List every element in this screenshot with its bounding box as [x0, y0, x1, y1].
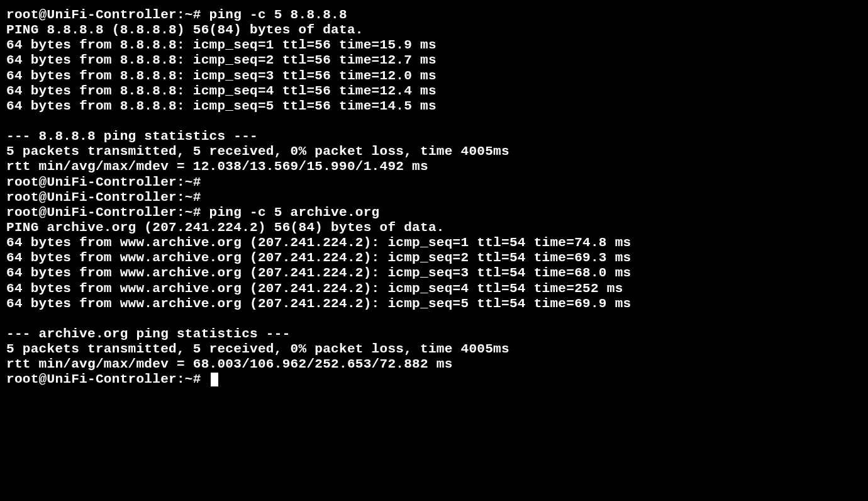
terminal-window[interactable]: root@UniFi-Controller:~# ping -c 5 8.8.8…: [6, 8, 862, 388]
ping-reply: 64 bytes from www.archive.org (207.241.2…: [6, 250, 862, 266]
shell-prompt: root@UniFi-Controller:~#: [6, 372, 209, 386]
ping-reply: 64 bytes from 8.8.8.8: icmp_seq=3 ttl=56…: [6, 69, 862, 84]
ping-reply: 64 bytes from www.archive.org (207.241.2…: [6, 281, 862, 296]
blank-line: [6, 312, 862, 327]
ping-header: PING 8.8.8.8 (8.8.8.8) 56(84) bytes of d…: [6, 23, 862, 38]
shell-prompt: root@UniFi-Controller:~#: [6, 205, 209, 220]
ping-stats-summary: 5 packets transmitted, 5 received, 0% pa…: [6, 144, 862, 159]
empty-prompt: root@UniFi-Controller:~#: [6, 175, 862, 190]
ping-stats-rtt: rtt min/avg/max/mdev = 68.003/106.962/25…: [6, 357, 862, 372]
ping-reply: 64 bytes from www.archive.org (207.241.2…: [6, 296, 862, 312]
ping-reply: 64 bytes from 8.8.8.8: icmp_seq=2 ttl=56…: [6, 53, 862, 68]
ping-stats-rtt: rtt min/avg/max/mdev = 12.038/13.569/15.…: [6, 159, 862, 174]
blank-line: [6, 114, 862, 129]
ping-header: PING archive.org (207.241.224.2) 56(84) …: [6, 220, 862, 235]
empty-prompt: root@UniFi-Controller:~#: [6, 190, 862, 205]
ping-reply: 64 bytes from 8.8.8.8: icmp_seq=1 ttl=56…: [6, 38, 862, 53]
command-line: root@UniFi-Controller:~# ping -c 5 8.8.8…: [6, 8, 862, 23]
ping-reply: 64 bytes from 8.8.8.8: icmp_seq=5 ttl=56…: [6, 99, 862, 114]
ping-reply: 64 bytes from www.archive.org (207.241.2…: [6, 266, 862, 281]
active-prompt-line[interactable]: root@UniFi-Controller:~#: [6, 372, 862, 387]
shell-prompt: root@UniFi-Controller:~#: [6, 8, 209, 22]
ping-command: ping -c 5 8.8.8.8: [209, 8, 347, 22]
command-line: root@UniFi-Controller:~# ping -c 5 archi…: [6, 205, 862, 220]
ping-reply: 64 bytes from www.archive.org (207.241.2…: [6, 235, 862, 250]
ping-stats-summary: 5 packets transmitted, 5 received, 0% pa…: [6, 342, 862, 357]
ping-stats-header: --- archive.org ping statistics ---: [6, 327, 862, 342]
ping-command: ping -c 5 archive.org: [209, 205, 380, 220]
cursor-icon: [211, 373, 218, 386]
ping-stats-header: --- 8.8.8.8 ping statistics ---: [6, 129, 862, 144]
ping-reply: 64 bytes from 8.8.8.8: icmp_seq=4 ttl=56…: [6, 84, 862, 99]
